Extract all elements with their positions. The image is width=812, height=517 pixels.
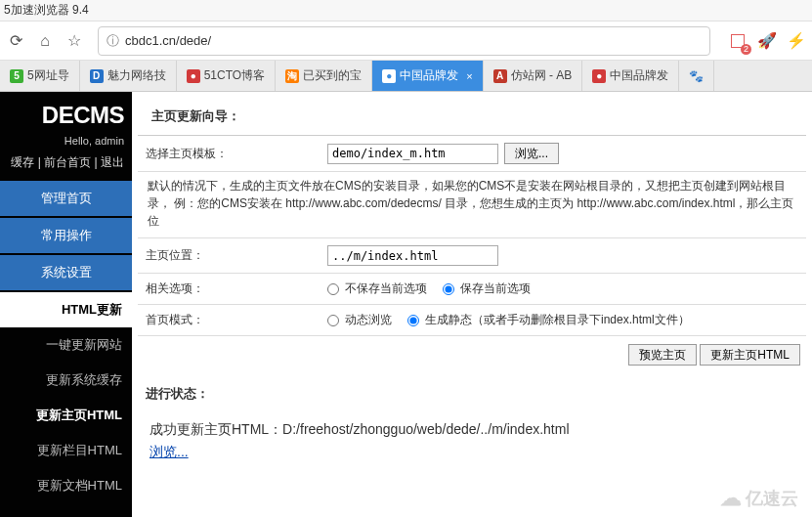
row-position: 主页位置： (138, 238, 806, 274)
tab-3[interactable]: 淘已买到的宝 (276, 61, 372, 91)
row-options: 相关选项： 不保存当前选项 保存当前选项 (138, 274, 806, 305)
tab-7[interactable]: 🐾 (679, 61, 714, 91)
star-icon[interactable]: ☆ (64, 31, 84, 51)
logo: DECMS (0, 92, 132, 135)
main-panel: 主页更新向导： 选择主页模板： 浏览... 默认的情况下，生成的主页文件放在CM… (132, 92, 812, 517)
hello-text: Hello, admin (0, 135, 132, 147)
flash-icon[interactable]: ⚡ (787, 31, 806, 51)
watermark: ☁ 亿速云 (720, 486, 798, 511)
tab-1[interactable]: D魅力网络技 (80, 61, 177, 91)
sidebar-item-homepage[interactable]: 更新主页HTML (0, 398, 132, 433)
panel-title: 主页更新向导： (138, 98, 806, 136)
radio-nosave[interactable] (327, 283, 339, 295)
label-position: 主页位置： (142, 247, 327, 264)
hint-text: 默认的情况下，生成的主页文件放在CMS的安装目录，如果您的CMS不是安装在网站根… (138, 172, 806, 238)
sidebar-item-document[interactable]: 更新文档HTML (0, 468, 132, 503)
opt-dynamic: 动态浏览 (345, 312, 392, 328)
favicon-icon: D (90, 69, 104, 83)
sidebar-item-onekey[interactable]: 一键更新网站 (0, 327, 132, 363)
position-input[interactable] (327, 245, 498, 266)
workspace: DECMS Hello, admin 缓存 | 前台首页 | 退出 管理首页 常… (0, 92, 812, 517)
opt-save: 保存当前选项 (460, 280, 531, 297)
browser-toolbar: ⟳ ⌂ ☆ ⓘ cbdc1.cn/dede/ 2 🚀 ⚡ (0, 22, 812, 61)
sys-links[interactable]: 缓存 | 前台首页 | 退出 (0, 151, 132, 181)
favicon-icon: ● (382, 69, 396, 83)
favicon-icon: A (493, 69, 507, 83)
result-text: 成功更新主页HTML：D:/freehost/zhongguo/web/dede… (150, 421, 570, 437)
tab-strip: 55网址导 D魅力网络技 ●51CTO博客 淘已买到的宝 ●中国品牌发× A仿站… (0, 61, 812, 92)
cloud-icon: ☁ (720, 486, 742, 511)
update-button[interactable]: 更新主页HTML (700, 344, 800, 366)
opt-static: 生成静态（或者手动删除根目录下index.html文件） (425, 312, 690, 328)
window-title-bar: 5加速浏览器 9.4 (0, 0, 812, 22)
favicon-icon: ● (187, 69, 200, 83)
template-input[interactable] (327, 144, 498, 164)
tab-6[interactable]: ●中国品牌发 (582, 61, 679, 91)
label-mode: 首页模式： (142, 312, 327, 328)
sidebar-item-cache[interactable]: 更新系统缓存 (0, 363, 132, 398)
close-icon[interactable]: × (466, 70, 472, 82)
row-template: 选择主页模板： 浏览... (138, 136, 806, 172)
favicon-icon: 🐾 (689, 69, 704, 83)
sidebar-category-html[interactable]: HTML更新 (0, 292, 132, 327)
window-title: 5加速浏览器 9.4 (4, 2, 89, 19)
result-link[interactable]: 浏览... (150, 444, 189, 459)
info-icon: ⓘ (107, 32, 119, 50)
notification-icon[interactable]: 2 (728, 31, 748, 51)
sidebar-btn-common[interactable]: 常用操作 (0, 218, 132, 253)
home-icon[interactable]: ⌂ (35, 31, 55, 51)
label-options: 相关选项： (142, 280, 327, 297)
row-mode: 首页模式： 动态浏览 生成静态（或者手动删除根目录下index.html文件） (138, 305, 806, 336)
favicon-icon: 5 (10, 69, 23, 83)
tab-0[interactable]: 55网址导 (0, 61, 80, 91)
sidebar-btn-dashboard[interactable]: 管理首页 (0, 181, 132, 216)
sidebar-item-column[interactable]: 更新栏目HTML (0, 433, 132, 468)
action-row: 预览主页 更新主页HTML (132, 336, 812, 373)
opt-nosave: 不保存当前选项 (345, 280, 427, 297)
address-url[interactable]: cbdc1.cn/dede/ (125, 33, 702, 48)
rocket-icon[interactable]: 🚀 (757, 31, 777, 51)
tab-4-active[interactable]: ●中国品牌发× (372, 61, 483, 91)
sidebar-btn-system[interactable]: 系统设置 (0, 255, 132, 290)
reload-icon[interactable]: ⟳ (6, 31, 25, 51)
preview-button[interactable]: 预览主页 (628, 344, 697, 366)
favicon-icon: ● (592, 69, 606, 83)
label-template: 选择主页模板： (142, 146, 327, 162)
radio-dynamic[interactable] (327, 315, 339, 326)
address-bar[interactable]: ⓘ cbdc1.cn/dede/ (98, 26, 710, 56)
radio-static[interactable] (407, 315, 419, 326)
tab-5[interactable]: A仿站网 - AB (484, 61, 583, 91)
result-block: 成功更新主页HTML：D:/freehost/zhongguo/web/dede… (132, 409, 812, 474)
radio-save[interactable] (443, 283, 454, 295)
sidebar: DECMS Hello, admin 缓存 | 前台首页 | 退出 管理首页 常… (0, 92, 132, 517)
browse-button[interactable]: 浏览... (504, 143, 559, 164)
tab-2[interactable]: ●51CTO博客 (177, 61, 276, 91)
favicon-icon: 淘 (285, 69, 299, 83)
progress-label: 进行状态： (132, 373, 812, 409)
